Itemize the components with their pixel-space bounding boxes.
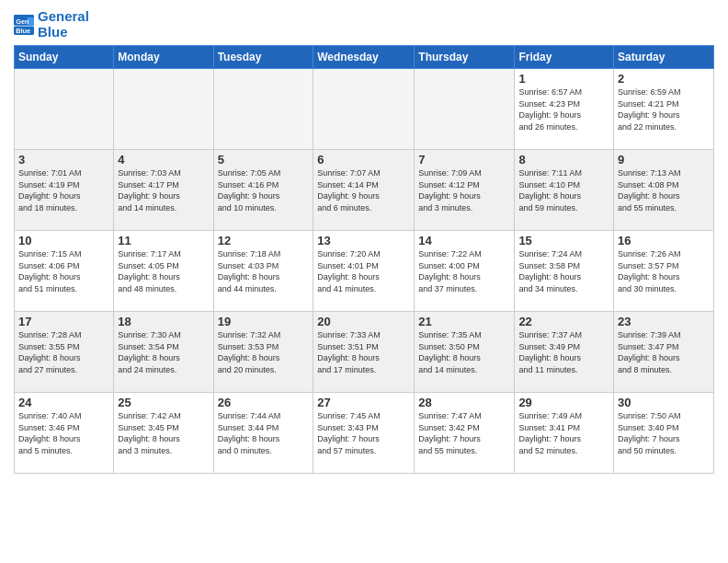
day-info: Sunrise: 7:01 AM Sunset: 4:19 PM Dayligh… bbox=[18, 167, 109, 213]
header: Gen Blue General Blue bbox=[14, 9, 714, 40]
day-number: 13 bbox=[317, 234, 410, 247]
logo-text: General Blue bbox=[38, 9, 89, 40]
day-number: 16 bbox=[618, 234, 710, 247]
logo: Gen Blue General Blue bbox=[14, 9, 89, 40]
calendar-cell: 19Sunrise: 7:32 AM Sunset: 3:53 PM Dayli… bbox=[213, 312, 313, 393]
day-number: 26 bbox=[218, 396, 310, 409]
day-info: Sunrise: 7:03 AM Sunset: 4:17 PM Dayligh… bbox=[118, 167, 209, 213]
week-row-4: 24Sunrise: 7:40 AM Sunset: 3:46 PM Dayli… bbox=[15, 393, 714, 474]
calendar-cell bbox=[313, 69, 415, 150]
day-number: 6 bbox=[317, 153, 410, 167]
calendar-cell: 20Sunrise: 7:33 AM Sunset: 3:51 PM Dayli… bbox=[313, 312, 415, 393]
day-number: 24 bbox=[18, 396, 109, 409]
header-monday: Monday bbox=[114, 46, 213, 69]
calendar-cell: 8Sunrise: 7:11 AM Sunset: 4:10 PM Daylig… bbox=[515, 150, 614, 231]
calendar-cell: 14Sunrise: 7:22 AM Sunset: 4:00 PM Dayli… bbox=[415, 231, 515, 312]
day-number: 19 bbox=[218, 315, 310, 328]
day-info: Sunrise: 7:35 AM Sunset: 3:50 PM Dayligh… bbox=[418, 329, 510, 375]
calendar-cell: 11Sunrise: 7:17 AM Sunset: 4:05 PM Dayli… bbox=[114, 231, 213, 312]
calendar-cell: 15Sunrise: 7:24 AM Sunset: 3:58 PM Dayli… bbox=[515, 231, 614, 312]
calendar-cell: 1Sunrise: 6:57 AM Sunset: 4:23 PM Daylig… bbox=[515, 69, 614, 150]
day-info: Sunrise: 7:07 AM Sunset: 4:14 PM Dayligh… bbox=[317, 167, 410, 213]
calendar-cell bbox=[213, 69, 313, 150]
day-info: Sunrise: 7:26 AM Sunset: 3:57 PM Dayligh… bbox=[618, 248, 710, 294]
day-info: Sunrise: 7:20 AM Sunset: 4:01 PM Dayligh… bbox=[317, 248, 410, 294]
day-number: 4 bbox=[118, 153, 209, 167]
day-info: Sunrise: 7:42 AM Sunset: 3:45 PM Dayligh… bbox=[118, 410, 209, 456]
calendar-cell: 13Sunrise: 7:20 AM Sunset: 4:01 PM Dayli… bbox=[313, 231, 415, 312]
day-number: 21 bbox=[418, 315, 510, 328]
day-info: Sunrise: 7:39 AM Sunset: 3:47 PM Dayligh… bbox=[618, 329, 710, 375]
day-info: Sunrise: 7:32 AM Sunset: 3:53 PM Dayligh… bbox=[218, 329, 310, 375]
calendar-cell: 29Sunrise: 7:49 AM Sunset: 3:41 PM Dayli… bbox=[515, 393, 614, 474]
day-info: Sunrise: 7:15 AM Sunset: 4:06 PM Dayligh… bbox=[18, 248, 109, 294]
day-info: Sunrise: 7:05 AM Sunset: 4:16 PM Dayligh… bbox=[218, 167, 310, 213]
day-info: Sunrise: 7:17 AM Sunset: 4:05 PM Dayligh… bbox=[118, 248, 209, 294]
svg-text:Blue: Blue bbox=[16, 26, 30, 34]
calendar-cell: 30Sunrise: 7:50 AM Sunset: 3:40 PM Dayli… bbox=[614, 393, 714, 474]
calendar-cell: 22Sunrise: 7:37 AM Sunset: 3:49 PM Dayli… bbox=[515, 312, 614, 393]
day-info: Sunrise: 7:24 AM Sunset: 3:58 PM Dayligh… bbox=[518, 248, 609, 294]
day-info: Sunrise: 7:09 AM Sunset: 4:12 PM Dayligh… bbox=[418, 167, 510, 213]
calendar-cell: 25Sunrise: 7:42 AM Sunset: 3:45 PM Dayli… bbox=[114, 393, 213, 474]
day-number: 27 bbox=[317, 396, 410, 409]
calendar-cell: 5Sunrise: 7:05 AM Sunset: 4:16 PM Daylig… bbox=[213, 150, 313, 231]
calendar-page: Gen Blue General Blue SundayMondayTuesda… bbox=[0, 0, 728, 563]
calendar-table: SundayMondayTuesdayWednesdayThursdayFrid… bbox=[14, 45, 714, 474]
header-friday: Friday bbox=[515, 46, 614, 69]
calendar-cell: 24Sunrise: 7:40 AM Sunset: 3:46 PM Dayli… bbox=[15, 393, 114, 474]
calendar-cell: 6Sunrise: 7:07 AM Sunset: 4:14 PM Daylig… bbox=[313, 150, 415, 231]
svg-text:Gen: Gen bbox=[16, 17, 29, 25]
calendar-cell: 7Sunrise: 7:09 AM Sunset: 4:12 PM Daylig… bbox=[415, 150, 515, 231]
day-info: Sunrise: 6:57 AM Sunset: 4:23 PM Dayligh… bbox=[518, 86, 609, 132]
day-info: Sunrise: 6:59 AM Sunset: 4:21 PM Dayligh… bbox=[618, 86, 710, 132]
day-info: Sunrise: 7:37 AM Sunset: 3:49 PM Dayligh… bbox=[518, 329, 609, 375]
day-number: 30 bbox=[618, 396, 710, 409]
day-number: 7 bbox=[418, 153, 510, 167]
day-info: Sunrise: 7:47 AM Sunset: 3:42 PM Dayligh… bbox=[418, 410, 510, 456]
day-number: 14 bbox=[418, 234, 510, 247]
day-number: 10 bbox=[18, 234, 109, 247]
calendar-cell: 27Sunrise: 7:45 AM Sunset: 3:43 PM Dayli… bbox=[313, 393, 415, 474]
day-number: 1 bbox=[518, 72, 609, 86]
day-number: 8 bbox=[518, 153, 609, 167]
day-number: 20 bbox=[317, 315, 410, 328]
week-row-0: 1Sunrise: 6:57 AM Sunset: 4:23 PM Daylig… bbox=[15, 69, 714, 150]
day-number: 2 bbox=[618, 72, 710, 86]
calendar-cell: 26Sunrise: 7:44 AM Sunset: 3:44 PM Dayli… bbox=[213, 393, 313, 474]
day-info: Sunrise: 7:33 AM Sunset: 3:51 PM Dayligh… bbox=[317, 329, 410, 375]
day-info: Sunrise: 7:45 AM Sunset: 3:43 PM Dayligh… bbox=[317, 410, 410, 456]
calendar-cell: 10Sunrise: 7:15 AM Sunset: 4:06 PM Dayli… bbox=[15, 231, 114, 312]
header-wednesday: Wednesday bbox=[313, 46, 415, 69]
logo-icon: Gen Blue bbox=[14, 15, 34, 35]
calendar-cell: 18Sunrise: 7:30 AM Sunset: 3:54 PM Dayli… bbox=[114, 312, 213, 393]
day-number: 12 bbox=[218, 234, 310, 247]
calendar-cell bbox=[415, 69, 515, 150]
week-row-1: 3Sunrise: 7:01 AM Sunset: 4:19 PM Daylig… bbox=[15, 150, 714, 231]
day-info: Sunrise: 7:50 AM Sunset: 3:40 PM Dayligh… bbox=[618, 410, 710, 456]
header-saturday: Saturday bbox=[614, 46, 714, 69]
calendar-cell bbox=[114, 69, 213, 150]
calendar-cell: 16Sunrise: 7:26 AM Sunset: 3:57 PM Dayli… bbox=[614, 231, 714, 312]
calendar-header-row: SundayMondayTuesdayWednesdayThursdayFrid… bbox=[15, 46, 714, 69]
calendar-cell: 9Sunrise: 7:13 AM Sunset: 4:08 PM Daylig… bbox=[614, 150, 714, 231]
calendar-cell: 3Sunrise: 7:01 AM Sunset: 4:19 PM Daylig… bbox=[15, 150, 114, 231]
day-number: 9 bbox=[618, 153, 710, 167]
day-info: Sunrise: 7:28 AM Sunset: 3:55 PM Dayligh… bbox=[18, 329, 109, 375]
day-info: Sunrise: 7:30 AM Sunset: 3:54 PM Dayligh… bbox=[118, 329, 209, 375]
day-number: 11 bbox=[118, 234, 209, 247]
header-tuesday: Tuesday bbox=[213, 46, 313, 69]
day-info: Sunrise: 7:11 AM Sunset: 4:10 PM Dayligh… bbox=[518, 167, 609, 213]
day-info: Sunrise: 7:40 AM Sunset: 3:46 PM Dayligh… bbox=[18, 410, 109, 456]
calendar-cell: 12Sunrise: 7:18 AM Sunset: 4:03 PM Dayli… bbox=[213, 231, 313, 312]
day-info: Sunrise: 7:22 AM Sunset: 4:00 PM Dayligh… bbox=[418, 248, 510, 294]
day-number: 22 bbox=[518, 315, 609, 328]
day-info: Sunrise: 7:13 AM Sunset: 4:08 PM Dayligh… bbox=[618, 167, 710, 213]
calendar-cell: 23Sunrise: 7:39 AM Sunset: 3:47 PM Dayli… bbox=[614, 312, 714, 393]
calendar-cell: 17Sunrise: 7:28 AM Sunset: 3:55 PM Dayli… bbox=[15, 312, 114, 393]
logo-general: General bbox=[38, 8, 89, 24]
calendar-cell: 4Sunrise: 7:03 AM Sunset: 4:17 PM Daylig… bbox=[114, 150, 213, 231]
week-row-3: 17Sunrise: 7:28 AM Sunset: 3:55 PM Dayli… bbox=[15, 312, 714, 393]
calendar-cell bbox=[15, 69, 114, 150]
header-thursday: Thursday bbox=[415, 46, 515, 69]
